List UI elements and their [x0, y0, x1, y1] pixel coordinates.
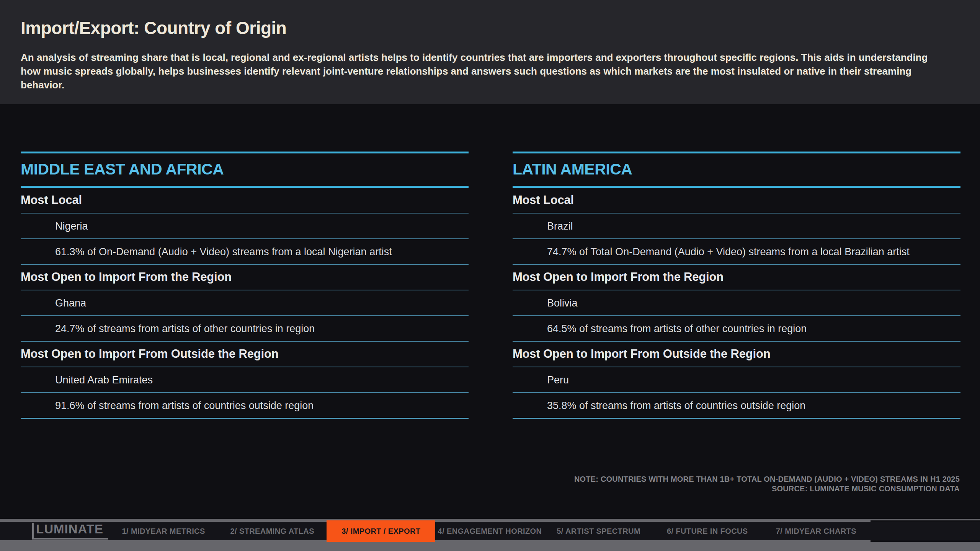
tab-engagement-horizon[interactable]: 4/ ENGAGEMENT HORIZON [435, 522, 544, 540]
section-heading: Most Local [21, 188, 469, 214]
country-row: Bolivia [513, 290, 960, 316]
tab-artist-spectrum[interactable]: 5/ ARTIST SPECTRUM [544, 522, 653, 540]
footnotes: NOTE: COUNTRIES WITH MORE THAN 1B+ TOTAL… [574, 474, 960, 494]
section-heading: Most Open to Import From Outside the Reg… [21, 342, 469, 367]
page-title: Import/Export: Country of Origin [21, 18, 286, 38]
stat-row: 74.7% of Total On-Demand (Audio + Video)… [513, 239, 960, 265]
section-heading: Most Local [513, 188, 960, 214]
country-row: United Arab Emirates [21, 367, 469, 393]
nav-right-spacer [871, 522, 980, 540]
country-row: Brazil [513, 214, 960, 239]
stat-row: 91.6% of streams from artists of countri… [21, 393, 469, 419]
region-table-latin-america: LATIN AMERICA Most Local Brazil 74.7% of… [513, 152, 960, 419]
stat-row: 64.5% of streams from artists of other c… [513, 316, 960, 342]
source-line: SOURCE: LUMINATE MUSIC CONSUMPTION DATA [574, 484, 960, 494]
stat-row: 61.3% of On-Demand (Audio + Video) strea… [21, 239, 469, 265]
bottom-nav-band: LUMINATE 1/ MIDYEAR METRICS 2/ STREAMING… [0, 519, 980, 551]
bottom-navbar: LUMINATE 1/ MIDYEAR METRICS 2/ STREAMING… [0, 522, 980, 540]
stat-row: 24.7% of streams from artists of other c… [21, 316, 469, 342]
region-title: MIDDLE EAST AND AFRICA [21, 152, 469, 188]
note-line: NOTE: COUNTRIES WITH MORE THAN 1B+ TOTAL… [574, 474, 960, 484]
tab-midyear-metrics[interactable]: 1/ MIDYEAR METRICS [109, 522, 218, 540]
section-heading: Most Open to Import From the Region [513, 265, 960, 290]
logo-cell: LUMINATE [0, 522, 109, 540]
section-heading: Most Open to Import From Outside the Reg… [513, 342, 960, 367]
country-row: Peru [513, 367, 960, 393]
luminate-logo: LUMINATE [32, 523, 108, 540]
country-row: Nigeria [21, 214, 469, 239]
tab-import-export[interactable]: 3/ IMPORT / EXPORT [327, 520, 435, 542]
tab-future-in-focus[interactable]: 6/ FUTURE IN FOCUS [653, 522, 762, 540]
region-title: LATIN AMERICA [513, 152, 960, 188]
page-description: An analysis of streaming share that is l… [21, 51, 936, 92]
tab-midyear-charts[interactable]: 7/ MIDYEAR CHARTS [762, 522, 871, 540]
section-heading: Most Open to Import From the Region [21, 265, 469, 290]
header-band: Import/Export: Country of Origin An anal… [0, 0, 980, 104]
stat-row: 35.8% of streams from artists of countri… [513, 393, 960, 419]
region-table-middle-east-africa: MIDDLE EAST AND AFRICA Most Local Nigeri… [21, 152, 469, 419]
country-row: Ghana [21, 290, 469, 316]
tab-streaming-atlas[interactable]: 2/ STREAMING ATLAS [218, 522, 327, 540]
slide-import-export: Import/Export: Country of Origin An anal… [0, 0, 980, 551]
